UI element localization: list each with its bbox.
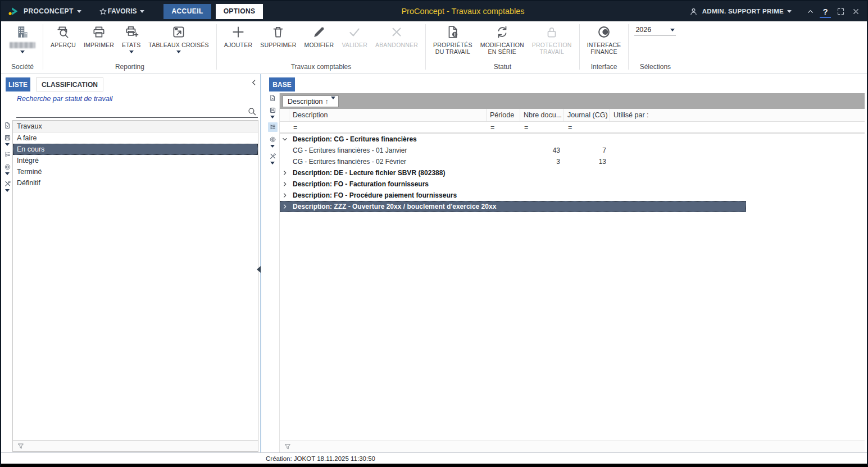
export-excel-icon	[269, 94, 276, 102]
collapse-panel-button[interactable]	[249, 78, 260, 88]
group-row-description-cg-ecritures-financieres[interactable]: Description: CG - Ecritures financières	[280, 134, 865, 145]
chevron-down-icon[interactable]	[5, 189, 10, 192]
favoris-menu[interactable]: FAVORIS	[108, 7, 145, 15]
apercu-button[interactable]: APERÇU	[47, 23, 80, 48]
ribbon-group-separator	[216, 24, 217, 70]
modification-en-serie-button[interactable]: MODIFICATIONEN SÉRIE	[476, 23, 528, 55]
search-title: Recherche par statut de travail	[17, 95, 112, 103]
ribbon-group-societe: Société	[3, 21, 42, 73]
filter-funnel-icon[interactable]	[284, 443, 292, 451]
group-by-chip-description[interactable]: Description ↑	[283, 95, 339, 107]
status-list: A faireEn coursIntégréTerminéDéfinitif	[13, 132, 258, 440]
save-layout-icon	[4, 134, 11, 141]
help-button[interactable]: ?	[820, 6, 831, 17]
collapse-ribbon-button[interactable]	[805, 6, 816, 17]
chevron-down-icon[interactable]	[331, 97, 335, 99]
column-header-utilise-par[interactable]: Utilisé par :	[610, 109, 865, 121]
proconcept-menu[interactable]: PROCONCEPT	[20, 7, 81, 15]
visibility-button[interactable]	[268, 135, 278, 144]
abandonner-button: ABANDONNER	[371, 23, 422, 48]
exercise-year-select[interactable]: 2026	[634, 25, 676, 35]
status-item-definitif[interactable]: Définitif	[13, 177, 258, 189]
visibility-icon	[4, 163, 11, 171]
save-layout-button[interactable]	[3, 133, 12, 143]
splitter-collapse-handle[interactable]	[257, 266, 261, 273]
group-row-description-fo-procedure-paiement-fourni[interactable]: Description: FO - Procédure paiement fou…	[280, 190, 865, 201]
tab-liste[interactable]: LISTE	[6, 77, 30, 91]
export-excel-button[interactable]	[3, 121, 12, 130]
left-edge-toolbar	[2, 121, 12, 193]
ribbon-group-separator	[425, 24, 426, 70]
work-row-cg-ecritures-financieres-01-janvier[interactable]: CG - Ecritures financières - 01 Janvier4…	[280, 145, 865, 156]
imprimer-button[interactable]: IMPRIMER	[80, 23, 118, 48]
chevron-down-icon[interactable]	[5, 143, 10, 146]
chevron-down-icon[interactable]	[5, 172, 10, 175]
protection-travail-button: PROTECTIONTRAVAIL	[528, 23, 576, 55]
column-header-nbre-docu[interactable]: Nbre docu...	[520, 109, 564, 121]
etats-button[interactable]: ETATS	[118, 23, 144, 53]
modifier-button[interactable]: MODIFIER	[300, 23, 338, 48]
status-item-termine[interactable]: Terminé	[13, 166, 258, 177]
chevron-down-icon	[140, 10, 144, 13]
etats-label: ETATS	[122, 42, 140, 48]
star-icon	[98, 7, 108, 16]
search-icon[interactable]	[247, 107, 257, 116]
chevron-right-icon[interactable]	[280, 170, 289, 176]
panel-splitter[interactable]	[260, 74, 261, 452]
cell-utilise-par	[610, 145, 865, 156]
chevron-down-icon[interactable]	[270, 116, 275, 118]
export-excel-icon	[4, 122, 11, 129]
tree-view-button[interactable]	[3, 150, 12, 159]
save-layout-button[interactable]	[268, 106, 278, 115]
restore-window-button[interactable]	[835, 6, 846, 17]
visibility-button[interactable]	[3, 162, 12, 172]
chevron-down-icon[interactable]	[270, 162, 275, 164]
status-item-integre[interactable]: Intégré	[13, 155, 258, 166]
interface-finance-button[interactable]: INTERFACEFINANCE	[583, 23, 625, 55]
user-name: ADMIN. SUPPORT PRIME	[702, 8, 784, 15]
tree-view-button[interactable]	[268, 122, 278, 132]
tableaux-croises-button[interactable]: TABLEAUX CROISÉS	[144, 23, 212, 53]
filter-funnel-icon[interactable]	[17, 442, 25, 450]
chevron-down-icon[interactable]	[280, 136, 289, 143]
proprietes-du-travail-button[interactable]: PROPRIÉTÉSDU TRAVAIL	[429, 23, 476, 55]
cell-utilise-par	[610, 156, 865, 167]
tab-accueil[interactable]: ACCUEIL	[163, 4, 211, 19]
close-window-button[interactable]	[850, 6, 861, 17]
ajouter-button[interactable]: AJOUTER	[220, 23, 256, 48]
chevron-right-icon[interactable]	[280, 181, 289, 187]
export-excel-button[interactable]	[268, 93, 278, 103]
column-header-description[interactable]: Description	[289, 109, 487, 121]
grid-rows: Description: CG - Ecritures financièresC…	[280, 134, 865, 212]
societe-button[interactable]	[6, 23, 39, 53]
filter-cell-periode[interactable]: =	[487, 122, 520, 132]
tools-button[interactable]	[268, 152, 278, 161]
filter-cell-journal-cg[interactable]: =	[564, 122, 610, 132]
status-item-a-faire[interactable]: A faire	[13, 132, 258, 144]
status-search-input[interactable]	[16, 108, 247, 117]
status-item-en-cours[interactable]: En cours	[13, 144, 258, 155]
tab-options[interactable]: OPTIONS	[216, 4, 263, 19]
group-row-description-zzz-ouverture-20xx-bouclemen[interactable]: Description: ZZZ - Ouverture 20xx / bouc…	[280, 201, 746, 212]
chevron-right-icon[interactable]	[280, 192, 289, 199]
chevron-down-icon	[176, 51, 181, 53]
work-row-cg-ecritures-financieres-02-fevrier[interactable]: CG - Ecritures financières - 02 Février3…	[280, 156, 865, 167]
column-header-periode[interactable]: Période	[487, 109, 520, 121]
filter-cell-description[interactable]: =	[289, 122, 487, 132]
tools-button[interactable]	[3, 179, 12, 189]
group-by-bar: Description ↑	[280, 93, 865, 109]
user-menu[interactable]: ADMIN. SUPPORT PRIME	[702, 8, 792, 15]
column-header-journal-cg[interactable]: Journal (CG)	[564, 109, 610, 121]
chevron-right-icon[interactable]	[280, 203, 289, 210]
works-grid: Description ↑ DescriptionPériodeNbre doc…	[279, 93, 865, 452]
supprimer-button[interactable]: SUPPRIMER	[256, 23, 300, 48]
tab-classification[interactable]: CLASSIFICATION	[36, 77, 103, 91]
abandonner-icon	[389, 25, 404, 39]
tab-base[interactable]: BASE	[269, 77, 295, 91]
chevron-down-icon	[77, 10, 81, 13]
group-row-description-fo-facturation-fournisseurs[interactable]: Description: FO - Facturation fournisseu…	[280, 178, 865, 190]
chevron-down-icon[interactable]	[270, 145, 275, 148]
group-row-description-de-lecture-fichier-sbvr-8023[interactable]: Description: DE - Lecture fichier SBVR (…	[280, 167, 865, 178]
filter-cell-utilise-par[interactable]	[610, 122, 865, 132]
filter-cell-nbre-docu[interactable]: =	[520, 122, 564, 132]
